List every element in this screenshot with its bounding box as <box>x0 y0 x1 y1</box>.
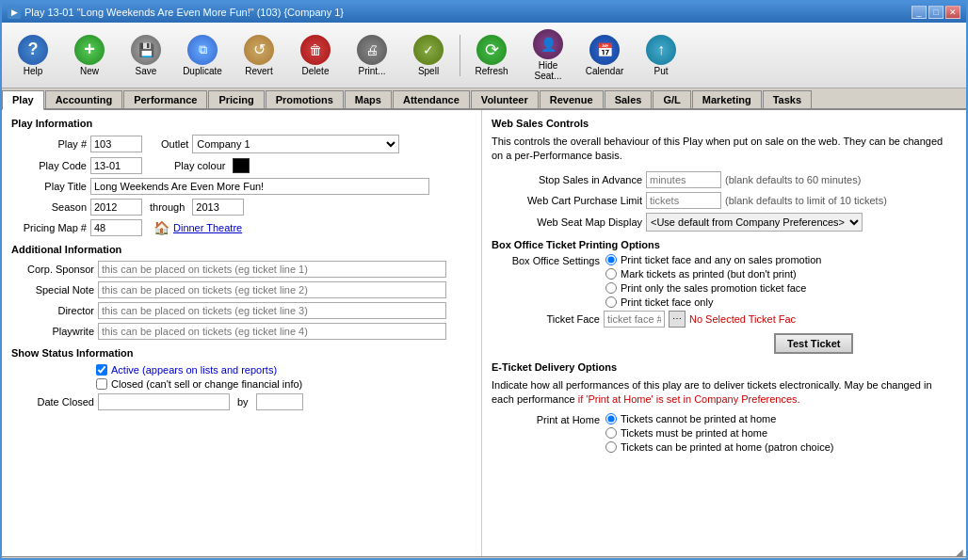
web-cart-input[interactable] <box>646 192 721 209</box>
print-at-home-container: Print at Home Tickets cannot be printed … <box>492 413 957 453</box>
play-code-input[interactable] <box>90 157 142 174</box>
toolbar-separator <box>460 35 460 76</box>
tab-volunteer[interactable]: Volunteer <box>471 90 539 108</box>
ticket-face-input[interactable] <box>604 311 665 328</box>
closed-label: Closed (can't sell or change financial i… <box>111 378 302 390</box>
save-button[interactable]: 💾 Save <box>119 31 173 80</box>
put-button[interactable]: ↑ Put <box>634 31 688 80</box>
no-selected-ticket-label: No Selected Ticket Fac <box>689 313 796 325</box>
tab-performance[interactable]: Performance <box>123 90 207 108</box>
eticket-desc: Indicate how all performances of this pl… <box>492 378 957 408</box>
web-seat-select[interactable]: <Use default from Company Preferences> <box>646 213 863 232</box>
pricing-map-label: Pricing Map # <box>11 222 87 233</box>
print-icon: 🖨 <box>357 35 387 65</box>
tab-attendance[interactable]: Attendance <box>393 90 470 108</box>
spell-icon: ✓ <box>413 35 444 65</box>
ticket-face-label: Ticket Face <box>492 313 600 325</box>
pricing-map-input[interactable] <box>90 219 142 236</box>
tab-sales[interactable]: Sales <box>605 90 653 108</box>
web-sales-header: Web Sales Controls <box>492 118 957 129</box>
by-input[interactable] <box>256 393 303 410</box>
radio-print-face-only[interactable] <box>605 296 617 308</box>
delete-button[interactable]: 🗑 Delete <box>288 31 343 80</box>
test-ticket-button[interactable]: Test Ticket <box>774 333 853 354</box>
playwrite-row: Playwrite <box>11 323 472 340</box>
right-panel: Web Sales Controls This controls the ove… <box>482 110 966 556</box>
web-cart-note: (blank defaults to limit of 10 tickets) <box>725 195 887 206</box>
stop-sales-input[interactable] <box>646 171 721 188</box>
minimize-button[interactable]: _ <box>912 6 927 19</box>
radio-print-ticket-face-row: Print ticket face and any on sales promo… <box>605 254 821 265</box>
calendar-button[interactable]: 📅 Calendar <box>577 31 632 80</box>
save-icon: 💾 <box>131 35 161 65</box>
close-button[interactable]: ✕ <box>945 6 960 19</box>
play-info-header: Play Information <box>11 118 472 129</box>
dinner-theatre-link[interactable]: Dinner Theatre <box>173 222 242 233</box>
season-from-input[interactable] <box>90 199 142 216</box>
tab-bar: Play Accounting Performance Pricing Prom… <box>2 88 966 110</box>
pricing-map-row: Pricing Map # 🏠 Dinner Theatre <box>11 219 472 236</box>
radio-mark-printed[interactable] <box>605 268 617 280</box>
radio-can-print-row: Tickets can be printed at home (patron c… <box>605 441 833 453</box>
resize-handle[interactable]: ◢ <box>953 545 966 558</box>
play-number-input[interactable] <box>90 136 142 152</box>
tab-gl[interactable]: G/L <box>653 90 690 108</box>
date-closed-label: Date Closed <box>11 396 94 408</box>
status-bar: User Master ◢ <box>2 556 966 560</box>
playwrite-input[interactable] <box>98 323 446 340</box>
special-note-input[interactable] <box>98 281 446 298</box>
radio-print-ticket-face[interactable] <box>605 254 617 265</box>
new-button[interactable]: + New <box>62 31 117 80</box>
special-note-row: Special Note <box>11 281 472 298</box>
outlet-select[interactable]: Company 1 <box>192 135 399 153</box>
test-ticket-container: Test Ticket <box>605 331 957 354</box>
tab-play[interactable]: Play <box>2 90 44 110</box>
tab-accounting[interactable]: Accounting <box>45 90 123 108</box>
tab-maps[interactable]: Maps <box>345 90 392 108</box>
maximize-button[interactable]: □ <box>928 6 944 19</box>
spell-button[interactable]: ✓ Spell <box>401 31 456 80</box>
box-office-header: Box Office Ticket Printing Options <box>492 239 957 250</box>
help-button[interactable]: ? Help <box>6 31 60 80</box>
corp-sponsor-input[interactable] <box>98 261 446 278</box>
show-status-header: Show Status Information <box>11 347 472 359</box>
new-icon: + <box>74 35 105 65</box>
radio-print-promo-only[interactable] <box>605 282 617 294</box>
print-at-home-label: Print at Home <box>492 413 600 425</box>
title-icon: ▶ <box>8 6 21 19</box>
hideseat-button[interactable]: 👤 Hide Seat... <box>521 25 575 85</box>
ticket-face-browse-button[interactable]: ⋯ <box>669 311 686 328</box>
special-note-label: Special Note <box>11 284 94 296</box>
date-closed-row: Date Closed by <box>11 393 472 410</box>
print-button[interactable]: 🖨 Print... <box>345 31 399 80</box>
tab-revenue[interactable]: Revenue <box>540 90 604 108</box>
refresh-icon: ⟳ <box>476 35 507 65</box>
season-to-input[interactable] <box>192 199 244 216</box>
tab-marketing[interactable]: Marketing <box>692 90 762 108</box>
date-closed-input[interactable] <box>98 393 230 410</box>
radio-cannot-print[interactable] <box>605 413 617 424</box>
tab-pricing[interactable]: Pricing <box>208 90 264 108</box>
revert-button[interactable]: ↺ Revert <box>232 31 286 80</box>
refresh-button[interactable]: ⟳ Refresh <box>464 31 519 80</box>
director-row: Director <box>11 302 472 319</box>
active-checkbox[interactable] <box>96 364 107 376</box>
web-cart-row: Web Cart Purchase Limit (blank defaults … <box>492 192 957 209</box>
radio-can-print[interactable] <box>605 441 617 453</box>
dinner-theatre-icon: 🏠 <box>153 220 169 235</box>
corp-sponsor-row: Corp. Sponsor <box>11 261 472 278</box>
toolbar: ? Help + New 💾 Save ⧉ Duplicate ↺ Revert… <box>2 23 966 88</box>
calendar-icon: 📅 <box>589 35 620 65</box>
duplicate-button[interactable]: ⧉ Duplicate <box>175 31 230 80</box>
director-input[interactable] <box>98 302 446 319</box>
radio-must-print[interactable] <box>605 427 617 439</box>
tab-promotions[interactable]: Promotions <box>266 90 344 108</box>
closed-checkbox[interactable] <box>96 378 107 390</box>
closed-checkbox-row: Closed (can't sell or change financial i… <box>96 378 472 390</box>
eticket-header: E-Ticket Delivery Options <box>492 361 957 373</box>
play-code-label: Play Code <box>11 160 87 171</box>
tab-tasks[interactable]: Tasks <box>763 90 812 108</box>
play-colour-swatch[interactable] <box>233 158 250 173</box>
stop-sales-label: Stop Sales in Advance <box>492 174 642 185</box>
play-title-input[interactable] <box>90 178 429 195</box>
